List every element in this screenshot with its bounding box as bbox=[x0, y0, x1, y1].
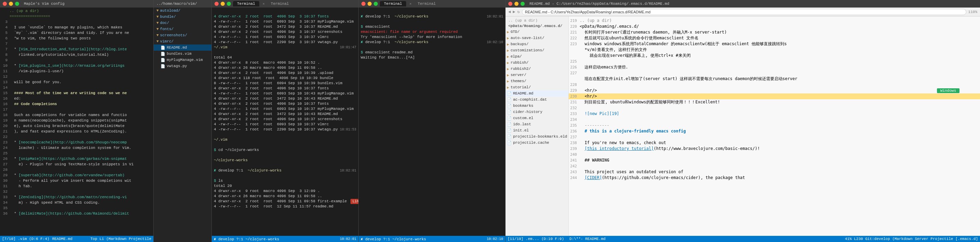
browser-refresh-icon[interactable]: ↻ bbox=[517, 9, 520, 14]
readme-line-223: 223 windows windows系统用TotalCommander 的em… bbox=[569, 41, 980, 47]
readme-line-220: 220 <pData/Roaming/.emacs.d/ bbox=[569, 24, 980, 29]
browser-status-right: 41% L230 Git:develop (Markdown Server Pr… bbox=[845, 237, 978, 241]
terminal1-status-text: ✘ develop ?:1 ~/clojure-works bbox=[214, 237, 279, 241]
vim-line: 3 bbox=[0, 19, 153, 25]
vim-line: 7 bbox=[0, 41, 153, 46]
vim-line: 4 I use `vundle` to manage my plugins, w… bbox=[0, 25, 153, 30]
terminal2-tab-inactive[interactable]: Terminal bbox=[414, 1, 440, 6]
terminal1-statusbar: ✘ develop ?:1 ~/clojure-works 10:02:01 bbox=[212, 236, 358, 242]
terminal1-content[interactable]: 4 drwxr-xr-x 2 root root 4096 Sep 3 10:3… bbox=[212, 8, 358, 236]
tree-item-vwtags[interactable]: 📄 vwtags.py bbox=[154, 63, 212, 69]
minimize-dot[interactable] bbox=[9, 2, 13, 6]
vim-line: 15 #### Most of the time we are writing … bbox=[0, 90, 153, 96]
readme-line-225: 225 bbox=[569, 59, 980, 64]
terminal2-content[interactable]: ✘ develop ?:1 ~/clojure-works10:02:01 $ … bbox=[359, 8, 505, 236]
close-dot[interactable] bbox=[3, 2, 7, 6]
rtree-projectile-bm[interactable]: 📄projectile-bookmarks.eld bbox=[506, 133, 568, 139]
vim-line: 8 rlinked.org/tutorials/vim_tutorial.htm… bbox=[0, 52, 153, 58]
tree-item-vimrc[interactable]: ▼ vimrc/ bbox=[154, 38, 212, 45]
vim-titlebar: Maple's Vim config bbox=[0, 0, 153, 8]
file-icon: 📄 bbox=[507, 116, 512, 120]
close-dot[interactable] bbox=[215, 2, 219, 6]
rtree-customizations[interactable]: ▶customizations/ bbox=[506, 47, 568, 53]
vim-content: .. (up a dir) ================== 3 4 I u… bbox=[0, 8, 153, 236]
readme-line-224b: 就会出现在server端的屏幕上, 使用ctrl+x #来关闭 bbox=[569, 53, 980, 59]
vim-line: 29 * [supertab](http://github.com/ervand… bbox=[0, 173, 153, 178]
rtree-init-el[interactable]: 📄init.el bbox=[506, 127, 568, 133]
terminal2-statusbar: ✘ develop ?:1 ~/clojure-works 10:02:10 bbox=[359, 236, 505, 242]
rtree-elpa[interactable]: ▶elpa/ bbox=[506, 53, 568, 59]
browser-back-icon[interactable]: ◀ bbox=[508, 9, 511, 14]
tree-item-bundles[interactable]: 📄 bundles.vim bbox=[154, 51, 212, 57]
rtree-backups[interactable]: ▶backups/ bbox=[506, 41, 568, 47]
vim-line: 19 n names(neocomplcache), expanding sni… bbox=[0, 118, 153, 123]
minimize-dot[interactable] bbox=[221, 2, 225, 6]
readme-line-235: 235 ---------- bbox=[569, 123, 980, 128]
vim-line: 36 * [delimitMate](https://github.com/Ra… bbox=[0, 211, 153, 216]
vim-line: 27 e) - Plugin for using TextMate-style … bbox=[0, 162, 153, 167]
terminal2-panel: Terminal ✕ Terminal ✘ develop ?:1 ~/cloj… bbox=[359, 0, 506, 242]
rtree-tutorial[interactable]: ▶tutorial/ bbox=[506, 84, 568, 90]
rtree-accomphist[interactable]: 📄ac-comphist.dat bbox=[506, 96, 568, 103]
readme-line-221: 221 长时间打开server(通过runemacs daemon, 并融入M-… bbox=[569, 29, 980, 35]
rtree-readme[interactable]: 📄README.md bbox=[506, 90, 568, 96]
rtree-rubbish2[interactable]: ▶rubbish2/ bbox=[506, 66, 568, 72]
tree-item-bundle[interactable]: ▼ bundle/ bbox=[154, 14, 212, 20]
vim-line: 26 * [snipMate](https://github.com/garba… bbox=[0, 156, 153, 162]
maximize-dot[interactable] bbox=[15, 2, 19, 6]
tree-item-fonts[interactable]: ▼ fonts/ bbox=[154, 26, 212, 32]
rtree-projectile-cache[interactable]: 📄projectile.cache bbox=[506, 139, 568, 146]
vim-line: 12 bbox=[0, 74, 153, 79]
tree-item-doc[interactable]: ▼ doc/ bbox=[154, 20, 212, 26]
folder-icon: ▶ bbox=[507, 48, 509, 53]
readme-line-226: 226 这样启动emacs方便些. bbox=[569, 64, 980, 70]
folder-icon: ▶ bbox=[507, 54, 509, 59]
browser-url-input[interactable] bbox=[522, 9, 966, 15]
readme-line-231: 231 到目前位置, ubuntu和windows的配置能够同时使用！！！Exc… bbox=[569, 99, 980, 105]
file-icon: 📄 bbox=[507, 110, 512, 114]
rtree-server[interactable]: ▶server/ bbox=[506, 72, 568, 78]
folder-icon: ▼ bbox=[156, 15, 159, 19]
rtree-autosave[interactable]: ▶auto-save-list/ bbox=[506, 35, 568, 41]
terminal-close-icon[interactable]: ✕ bbox=[262, 2, 265, 6]
browser-forward-icon[interactable]: ▶ bbox=[513, 9, 515, 14]
readme-line-227b: 现在在配置文件init.el增加了(server start) 这样就不需要每次… bbox=[569, 76, 980, 82]
browser-status-left: [11/19] .em... (D:10 F:9) bbox=[508, 237, 564, 241]
rtree-rubbish[interactable]: ▶rubbish/ bbox=[506, 59, 568, 66]
rtree-ido-last[interactable]: 📄ido.last bbox=[506, 121, 568, 127]
browser-urlbar: ◀ ▶ ↻ 110% bbox=[506, 8, 980, 16]
tree-item-screenshots[interactable]: ▼ screenshots/ bbox=[154, 32, 212, 38]
readme-tree-header: .. (up a dir) bbox=[506, 18, 568, 23]
browser-minimize-dot[interactable] bbox=[514, 2, 519, 6]
browser-statusbar: [11/19] .em... (D:10 F:9) D:\**- README.… bbox=[506, 236, 980, 242]
rtree-themes[interactable]: ▶themes/ bbox=[506, 78, 568, 84]
folder-icon: ▶ bbox=[507, 79, 509, 83]
tree-title: ../home/macro/vim/ bbox=[156, 2, 197, 6]
folder-icon: ▼ bbox=[156, 39, 159, 43]
rtree-custom-el[interactable]: 📄custom.el bbox=[506, 115, 568, 121]
readme-line-224a: *v/m)查看文件, 这样打开的文件 bbox=[569, 47, 980, 53]
vim-line: 16 ## Code Completions bbox=[0, 101, 153, 107]
terminal2-close-icon[interactable]: ✕ bbox=[410, 2, 412, 6]
vim-line: 23 * [neocomplcache](http://github.com/S… bbox=[0, 139, 153, 145]
terminal-tab-inactive[interactable]: Terminal bbox=[267, 1, 293, 6]
folder-icon: ▼ bbox=[156, 27, 159, 31]
browser-maximize-dot[interactable] bbox=[520, 2, 525, 6]
browser-close-dot[interactable] bbox=[508, 2, 512, 6]
rtree-cider-history[interactable]: 📄cider-history bbox=[506, 109, 568, 115]
rtree-gtd[interactable]: ▶GTD/ bbox=[506, 29, 568, 35]
minimize-dot[interactable] bbox=[368, 2, 372, 6]
terminal2-tab-active[interactable]: Terminal bbox=[380, 1, 406, 6]
close-dot[interactable] bbox=[361, 2, 366, 6]
tree-item-readme[interactable]: 📄 README.md bbox=[154, 45, 212, 51]
tree-item-myplugs[interactable]: 📄 myPlugManage.vim bbox=[154, 57, 212, 63]
tree-item-autoload[interactable]: ▼ autoload/ bbox=[154, 8, 212, 14]
terminal-tab-active[interactable]: Terminal bbox=[233, 1, 259, 6]
maximize-dot[interactable] bbox=[227, 2, 231, 6]
rtree-bookmarks[interactable]: 📄bookmarks bbox=[506, 103, 568, 109]
vim-line: 32 bbox=[0, 189, 153, 194]
file-tree-panel: ../home/macro/vim/ ▼ autoload/ ▼ bundle/… bbox=[154, 0, 212, 242]
folder-icon: ▼ bbox=[156, 8, 159, 13]
readme-line-230: 230 <hr/> bbox=[569, 93, 980, 99]
maximize-dot[interactable] bbox=[374, 2, 378, 6]
